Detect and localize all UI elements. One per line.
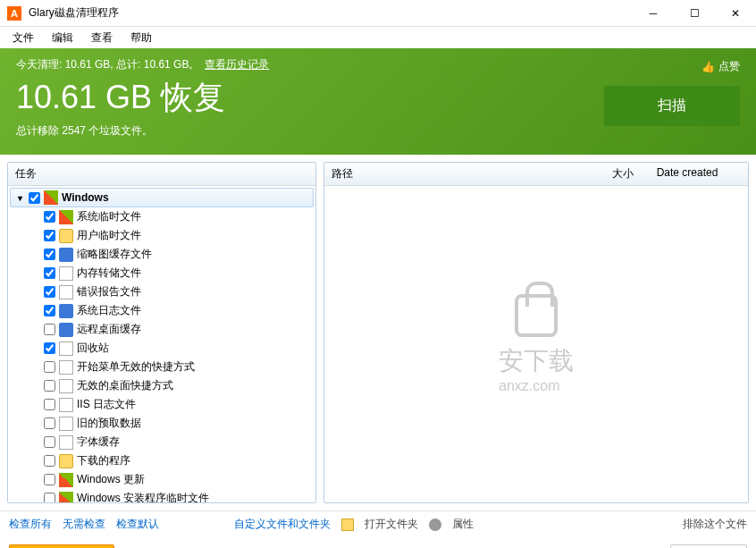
- check-none-link[interactable]: 无需检查: [63, 517, 105, 532]
- item-label: 字体缓存: [77, 434, 120, 450]
- app-icon: A: [7, 6, 21, 21]
- tree-item[interactable]: 下载的程序: [28, 451, 314, 470]
- watermark: 安下载 anxz.com: [499, 294, 574, 394]
- tree-item[interactable]: 缩略图缓存文件: [28, 245, 314, 264]
- group-checkbox[interactable]: [29, 192, 40, 204]
- item-checkbox[interactable]: [44, 399, 55, 410]
- tree-item[interactable]: 系统日志文件: [28, 301, 314, 320]
- tree-item[interactable]: Windows 安装程序临时文件: [28, 489, 314, 502]
- col-size[interactable]: 大小: [580, 166, 634, 181]
- item-label: Windows 更新: [77, 472, 145, 487]
- history-link[interactable]: 查看历史记录: [205, 57, 269, 72]
- tree-item[interactable]: Windows 更新: [28, 470, 314, 489]
- item-type-icon: [59, 417, 73, 431]
- scan-button[interactable]: 扫描: [604, 86, 740, 126]
- item-checkbox[interactable]: [44, 436, 55, 448]
- menubar: 文件 编辑 查看 帮助: [0, 27, 756, 48]
- task-tree[interactable]: ▾ Windows 系统临时文件用户临时文件缩略图缓存文件内存转储文件错误报告文…: [8, 186, 315, 502]
- item-checkbox[interactable]: [44, 286, 55, 298]
- close-button[interactable]: ✕: [715, 0, 756, 27]
- exclude-file-link[interactable]: 排除这个文件: [683, 517, 747, 532]
- tree-item[interactable]: 旧的预取数据: [28, 414, 314, 433]
- col-date[interactable]: Date created: [634, 166, 741, 181]
- properties-link[interactable]: 属性: [452, 517, 474, 532]
- tree-item[interactable]: 字体缓存: [28, 433, 314, 451]
- menu-help[interactable]: 帮助: [122, 29, 161, 47]
- menu-edit[interactable]: 编辑: [43, 29, 82, 47]
- item-checkbox[interactable]: [44, 361, 55, 373]
- item-label: 远程桌面缓存: [77, 322, 141, 337]
- bottombar: 升级到专业版 忽略列表: [0, 537, 756, 548]
- item-checkbox[interactable]: [44, 267, 55, 279]
- menu-view[interactable]: 查看: [82, 29, 122, 47]
- item-type-icon: [59, 360, 73, 375]
- item-type-icon: [59, 341, 73, 356]
- item-type-icon: [59, 248, 73, 262]
- item-checkbox[interactable]: [44, 305, 55, 316]
- task-header: 任务: [8, 163, 315, 186]
- item-checkbox[interactable]: [44, 342, 55, 354]
- menu-file[interactable]: 文件: [4, 29, 43, 47]
- tree-item[interactable]: 用户临时文件: [28, 226, 314, 245]
- group-label: Windows: [62, 191, 109, 204]
- hero-panel: 今天清理: 10.61 GB, 总计: 10.61 GB。 查看历史记录 10.…: [0, 48, 756, 155]
- item-checkbox[interactable]: [44, 230, 55, 241]
- item-type-icon: [59, 454, 73, 468]
- item-checkbox[interactable]: [44, 417, 55, 429]
- thumbs-up-icon: 👍: [701, 61, 715, 73]
- item-type-icon: [59, 285, 73, 299]
- item-type-icon: [59, 492, 73, 503]
- open-folder-link[interactable]: 打开文件夹: [365, 517, 418, 532]
- item-label: 无效的桌面快捷方式: [77, 378, 173, 393]
- minimize-button[interactable]: ─: [633, 0, 674, 27]
- item-checkbox[interactable]: [44, 455, 55, 467]
- item-label: IIS 日志文件: [77, 397, 136, 412]
- item-checkbox[interactable]: [44, 380, 55, 392]
- lock-icon: [515, 294, 558, 337]
- item-type-icon: [59, 304, 73, 318]
- item-type-icon: [59, 323, 73, 337]
- item-label: 系统日志文件: [77, 303, 141, 318]
- maximize-button[interactable]: ☐: [674, 0, 715, 27]
- item-label: 用户临时文件: [77, 228, 141, 243]
- item-label: 下载的程序: [77, 453, 130, 468]
- link-toolbar: 检查所有 无需检查 检查默认 自定义文件和文件夹 打开文件夹 属性 排除这个文件: [0, 510, 756, 537]
- like-label: 点赞: [718, 59, 740, 74]
- item-label: 旧的预取数据: [77, 416, 141, 431]
- item-type-icon: [59, 229, 73, 243]
- main-content: 任务 ▾ Windows 系统临时文件用户临时文件缩略图缓存文件内存转储文件错误…: [0, 155, 756, 510]
- tree-item[interactable]: 回收站: [28, 339, 314, 358]
- tree-item[interactable]: 开始菜单无效的快捷方式: [28, 358, 314, 376]
- file-list: 安下载 anxz.com: [324, 186, 748, 502]
- tree-item[interactable]: 内存转储文件: [28, 264, 314, 282]
- properties-icon: [429, 518, 441, 531]
- tree-item[interactable]: 错误报告文件: [28, 282, 314, 301]
- item-checkbox[interactable]: [44, 249, 55, 260]
- item-checkbox[interactable]: [44, 324, 55, 335]
- tree-group-windows[interactable]: ▾ Windows: [10, 188, 314, 207]
- custom-files-link[interactable]: 自定义文件和文件夹: [234, 517, 331, 532]
- item-checkbox[interactable]: [44, 474, 55, 485]
- windows-icon: [44, 190, 58, 205]
- item-type-icon: [59, 435, 73, 450]
- ignore-list-button[interactable]: 忽略列表: [670, 544, 747, 548]
- check-all-link[interactable]: 检查所有: [9, 517, 52, 532]
- file-header: 路径 大小 Date created: [324, 163, 748, 186]
- file-panel: 路径 大小 Date created 安下载 anxz.com: [323, 162, 749, 503]
- collapse-icon[interactable]: ▾: [14, 193, 25, 203]
- check-default-link[interactable]: 检查默认: [116, 517, 159, 532]
- col-path[interactable]: 路径: [332, 166, 580, 181]
- item-checkbox[interactable]: [44, 211, 55, 223]
- like-button[interactable]: 👍 点赞: [701, 59, 740, 74]
- tree-item[interactable]: 无效的桌面快捷方式: [28, 376, 314, 395]
- tree-item[interactable]: 远程桌面缓存: [28, 320, 314, 339]
- upgrade-button[interactable]: 升级到专业版: [9, 544, 114, 548]
- item-type-icon: [59, 210, 73, 224]
- item-label: 内存转储文件: [77, 266, 141, 281]
- tree-item[interactable]: IIS 日志文件: [28, 395, 314, 414]
- task-panel: 任务 ▾ Windows 系统临时文件用户临时文件缩略图缓存文件内存转储文件错误…: [7, 162, 316, 503]
- folder-icon: [341, 518, 354, 531]
- item-label: 开始菜单无效的快捷方式: [77, 359, 195, 375]
- tree-item[interactable]: 系统临时文件: [28, 207, 314, 226]
- item-checkbox[interactable]: [44, 493, 55, 502]
